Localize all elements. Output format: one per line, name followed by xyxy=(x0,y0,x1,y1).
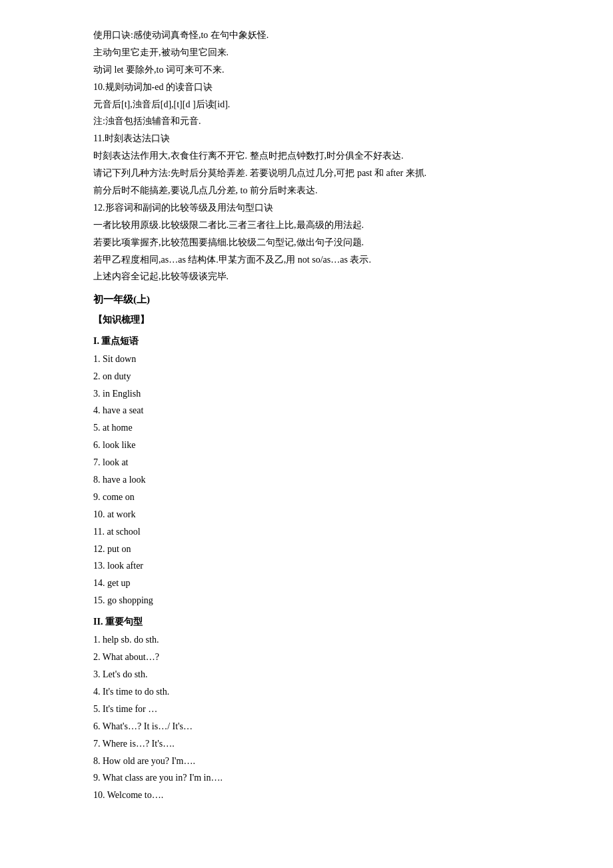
intro-line-5: 注:浊音包括浊辅音和元音. xyxy=(93,113,520,130)
sub-heading-2: II. 重要句型 xyxy=(93,613,520,630)
sentence-item-6: 7. Where is…? It's…. xyxy=(93,735,520,753)
phrase-item-12: 13. look after xyxy=(93,557,520,575)
intro-line-1: 主动句里它走开,被动句里它回来. xyxy=(93,44,520,61)
intro-line-2: 动词 let 要除外,to 词可来可不来. xyxy=(93,61,520,79)
sentence-item-1: 2. What about…? xyxy=(93,649,520,666)
phrase-item-5: 6. look like xyxy=(93,437,520,454)
intro-line-14: 上述内容全记起,比较等级谈完毕. xyxy=(93,268,520,285)
phrase-item-1: 2. on duty xyxy=(93,368,520,385)
phrase-item-6: 7. look at xyxy=(93,454,520,471)
intro-line-12: 若要比项掌握齐,比较范围要搞细.比较级二句型记,做出句子没问题. xyxy=(93,234,520,251)
phrases-list: 1. Sit down2. on duty3. in English4. hav… xyxy=(93,351,520,609)
sentence-item-4: 5. It's time for … xyxy=(93,701,520,718)
sentence-item-8: 9. What class are you in? I'm in…. xyxy=(93,769,520,787)
intro-section: 使用口诀:感使动词真奇怪,to 在句中象妖怪.主动句里它走开,被动句里它回来.动… xyxy=(93,27,520,285)
phrase-item-2: 3. in English xyxy=(93,385,520,403)
bracket-heading: 【知识梳理】 xyxy=(93,311,520,328)
phrase-item-8: 9. come on xyxy=(93,489,520,506)
intro-line-10: 12.形容词和副词的比较等级及用法句型口诀 xyxy=(93,199,520,217)
intro-line-13: 若甲乙程度相同,as…as 结构体.甲某方面不及乙,用 not so/as…as… xyxy=(93,251,520,269)
sentence-item-9: 10. Welcome to…. xyxy=(93,787,520,804)
intro-line-4: 元音后[t],浊音后[d],[t][d ]后读[id]. xyxy=(93,96,520,113)
sub-heading-1: I. 重点短语 xyxy=(93,333,520,349)
sentence-item-0: 1. help sb. do sth. xyxy=(93,631,520,649)
intro-line-7: 时刻表达法作用大,衣食住行离不开它. 整点时把点钟数打,时分俱全不好表达. xyxy=(93,147,520,165)
section-heading: 初一年级(上) xyxy=(93,291,520,309)
phrase-item-9: 10. at work xyxy=(93,506,520,523)
sentences-list: 1. help sb. do sth.2. What about…?3. Let… xyxy=(93,631,520,804)
intro-line-8: 请记下列几种方法:先时后分莫给弄差. 若要说明几点过几分,可把 past 和 a… xyxy=(93,165,520,182)
page-content: 使用口诀:感使动词真奇怪,to 在句中象妖怪.主动句里它走开,被动句里它回来.动… xyxy=(93,27,520,804)
phrase-item-7: 8. have a look xyxy=(93,471,520,489)
phrase-item-10: 11. at school xyxy=(93,523,520,541)
sentence-item-2: 3. Let's do sth. xyxy=(93,666,520,683)
sentence-item-7: 8. How old are you? I'm…. xyxy=(93,753,520,770)
intro-line-9: 前分后时不能搞差,要说几点几分差, to 前分后时来表达. xyxy=(93,182,520,199)
phrase-item-14: 15. go shopping xyxy=(93,592,520,609)
sentence-item-3: 4. It's time to do sth. xyxy=(93,683,520,701)
phrase-item-3: 4. have a seat xyxy=(93,402,520,419)
phrase-item-4: 5. at home xyxy=(93,419,520,437)
intro-line-6: 11.时刻表达法口诀 xyxy=(93,130,520,147)
phrase-item-0: 1. Sit down xyxy=(93,351,520,368)
sentence-item-5: 6. What's…? It is…/ It's… xyxy=(93,718,520,735)
phrase-item-11: 12. put on xyxy=(93,541,520,558)
intro-line-11: 一者比较用原级.比较级限二者比.三者三者往上比,最高级的用法起. xyxy=(93,217,520,234)
intro-line-3: 10.规则动词加-ed 的读音口诀 xyxy=(93,79,520,96)
intro-line-0: 使用口诀:感使动词真奇怪,to 在句中象妖怪. xyxy=(93,27,520,44)
phrase-item-13: 14. get up xyxy=(93,575,520,592)
